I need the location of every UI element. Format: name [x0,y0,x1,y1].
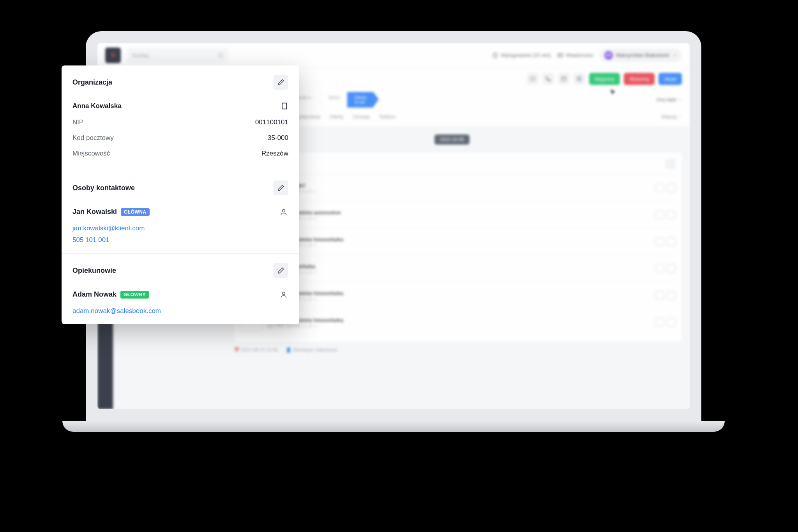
edit-button[interactable] [274,75,288,90]
file-name: katalog produktów automotive [267,210,650,216]
field-value: 35-000 [268,134,288,142]
file-action-icon[interactable] [655,291,664,300]
file-meta: typ: PDF, rozmiar: —, z — [267,216,650,220]
search-input[interactable]: Szukaj... [127,48,228,63]
file-checkbox[interactable] [667,318,676,327]
contact-email[interactable]: jan.kowalski@klient.com [72,224,288,232]
field-label: Miejscowość [72,150,110,157]
won-button[interactable]: Wygrany [589,73,620,85]
phone-action-icon[interactable] [542,73,554,85]
calendar-action-icon[interactable] [558,73,570,85]
contact-name: Jan Kowalski GŁÓWNA [72,208,150,216]
svg-point-0 [219,53,222,57]
pencil-icon [277,184,284,191]
laptop-base [62,421,725,432]
activity-footer: 📅 2021-09-22 12:30 👤 Developer Salesbook [234,347,682,353]
tab[interactable]: Telefon [379,114,395,123]
messages-link[interactable]: Wiadomości [557,52,593,58]
section-title: Organizacja [72,78,112,87]
cursor-icon [609,89,616,95]
file-meta: typ: PDF, rozmiar: —, z — [267,323,650,328]
file-meta: typ: PDF, rozmiar: —, z — [267,296,650,301]
field-value: 001100101 [255,118,288,126]
search-placeholder: Szukaj... [132,52,153,58]
tab[interactable]: Umowy [353,114,369,123]
svg-rect-5 [561,77,566,81]
avatar: MB [604,51,613,60]
activity-card: Dodano plik faktura 1234567 typ: PDF, ro… [234,152,682,342]
owners-section: Opiekunowie Adam Nowak GŁÓWNY adam.nowak… [62,254,299,324]
search-icon [217,52,224,58]
contact-phone[interactable]: 505 101 001 [72,236,288,244]
file-name: katalog produktów fotowoltaika [267,317,650,323]
card-menu-icon[interactable] [666,159,676,169]
svg-point-15 [282,209,285,212]
org-name: Anna Kowalska [72,102,122,110]
file-checkbox[interactable] [667,237,676,246]
file-action-icon[interactable] [655,184,664,192]
field-value: Rzeszów [261,150,288,157]
file-checkbox[interactable] [667,291,676,300]
date-pill: 2022-10-05 [434,134,469,145]
organization-section: Organizacja Anna Kowalska NIP001100101 K… [62,65,299,171]
file-row[interactable]: faktura 1234567 typ: PDF, rozmiar: —, z … [240,174,676,201]
funnel-selector[interactable]: Inny lejek [657,92,682,108]
person-icon [280,208,288,216]
mail-action-icon[interactable] [527,73,538,85]
topbar: S Szukaj... Wylogowanie (15 min) [97,43,690,68]
pencil-icon [277,267,284,274]
file-checkbox[interactable] [667,210,676,219]
file-name: katalog produktów fotowoltaika [267,237,650,242]
svg-point-16 [282,292,285,295]
file-name: zdjęcie fotowoltaika [267,263,650,269]
details-panel: Organizacja Anna Kowalska NIP001100101 K… [62,65,299,324]
file-row[interactable]: katalog produktów fotowoltaika typ: PDF,… [240,282,676,309]
clock-icon [492,52,498,58]
app-logo[interactable]: S [105,48,121,63]
actions-button[interactable]: Akcje [659,73,682,85]
tab[interactable]: Oferty [330,114,343,123]
file-action-icon[interactable] [655,237,664,246]
owner-name: Adam Nowak GŁÓWNY [72,290,149,299]
primary-badge: GŁÓWNA [121,208,150,216]
file-name: faktura 1234567 [267,183,650,189]
logout-timer[interactable]: Wylogowanie (15 min) [492,52,551,58]
pencil-icon [277,79,284,86]
file-action-icon[interactable] [655,210,664,219]
file-row[interactable]: katalog produktów fotowoltaika typ: PDF,… [240,228,676,255]
file-action-icon[interactable] [655,264,664,273]
owner-email[interactable]: adam.nowak@salesbook.com [72,307,288,315]
user-name: Maksymilian Białostocki [616,52,669,58]
chevron-down-icon [678,115,682,118]
file-meta: typ: PDF, rozmiar: —, z — [267,242,650,247]
svg-rect-8 [282,103,287,109]
chevron-down-icon [678,98,682,102]
primary-badge: GŁÓWNY [120,291,149,299]
tabs-more[interactable]: Więcej [661,114,682,123]
section-title: Opiekunowie [72,267,116,275]
user-menu[interactable]: MB Maksymilian Białostocki [600,49,682,62]
contacts-section: Osoby kontaktowe Jan Kowalski GŁÓWNA jan… [62,171,299,254]
chevron-down-icon [673,53,677,58]
file-checkbox[interactable] [667,264,676,273]
edit-button[interactable] [274,263,288,278]
stage[interactable]: Demo [321,92,347,108]
person-icon [280,291,288,299]
section-title: Osoby kontaktowe [72,184,135,192]
edit-button[interactable] [274,180,288,195]
file-row[interactable]: katalog produktów automotive typ: PDF, r… [240,201,676,228]
file-checkbox[interactable] [667,184,676,192]
settings-action-icon[interactable] [574,73,585,85]
svg-line-1 [222,57,223,58]
building-icon [281,102,288,110]
field-label: NIP [72,118,83,126]
file-name: katalog produktów fotowoltaika [267,290,650,296]
file-action-icon[interactable] [655,318,664,327]
mail-icon [557,52,563,58]
file-row[interactable]: zdjęcie fotowoltaika typ: PDF, rozmiar: … [240,255,676,282]
file-meta: typ: PDF, rozmiar: —, z — [267,269,650,274]
lost-button[interactable]: Stracony [624,73,655,85]
field-label: Kod pocztowy [72,134,114,142]
stage-active[interactable]: Oferta12 dni [347,92,373,108]
file-row[interactable]: katalog produktów fotowoltaika typ: PDF,… [240,309,676,336]
